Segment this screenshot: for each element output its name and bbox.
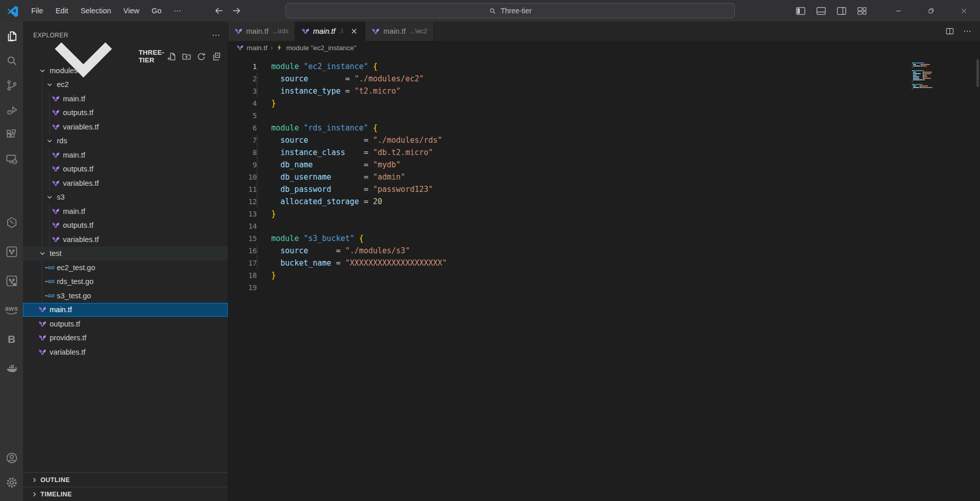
- breadcrumb-file[interactable]: main.tf: [247, 44, 268, 52]
- activity-terraform-cloud-button[interactable]: [0, 269, 23, 293]
- terraform-file-icon: [52, 207, 60, 215]
- project-section-header[interactable]: THREE-TIER: [23, 49, 228, 63]
- minimap-line: [912, 62, 937, 63]
- forward-arrow-icon[interactable]: [231, 6, 242, 16]
- activity-account-button[interactable]: [0, 446, 23, 470]
- activity-extensions-button[interactable]: [0, 122, 23, 147]
- activity-b-extension-button[interactable]: B: [0, 327, 23, 352]
- menu-go[interactable]: Go: [145, 0, 167, 21]
- customize-layout-icon[interactable]: [857, 6, 867, 16]
- chevron-down-icon: [46, 193, 54, 201]
- editor-more-icon[interactable]: [963, 27, 972, 36]
- breadcrumb-symbol[interactable]: module "ec2_instance": [286, 44, 356, 52]
- tree-file-outputs-tf[interactable]: outputs.tf: [23, 162, 228, 177]
- activity-terraform-button[interactable]: [0, 239, 23, 264]
- activity-explorer-button[interactable]: [0, 24, 23, 49]
- tree-file-s3-test-go[interactable]: GOs3_test.go: [23, 289, 228, 303]
- close-tab-icon[interactable]: [350, 27, 359, 36]
- refresh-icon[interactable]: [197, 52, 206, 61]
- tab-2-main-tf[interactable]: main.tf.\: [295, 21, 365, 41]
- menu-bar: FileEditSelectionViewGo⋯: [25, 0, 187, 21]
- code-line-12: 12 allocated_storage = 20: [228, 195, 980, 208]
- panel-timeline[interactable]: TIMELINE: [23, 487, 228, 501]
- tree-folder-rds[interactable]: rds: [23, 134, 228, 148]
- scrollbar[interactable]: [976, 59, 979, 87]
- tree-file-ec2-test-go[interactable]: GOec2_test.go: [23, 260, 228, 275]
- line-text: source = "./modules/s3": [257, 245, 410, 257]
- activity-run-debug-button[interactable]: [0, 98, 23, 122]
- source-control-icon: [5, 79, 18, 92]
- activity-remote-explorer-button[interactable]: [0, 147, 23, 171]
- line-text: }: [257, 269, 276, 281]
- search-icon: [489, 7, 496, 15]
- tree-file-providers-tf[interactable]: providers.tf: [23, 331, 228, 345]
- split-editor-icon[interactable]: [945, 27, 954, 36]
- code-line-15: 15module "s3_bucket" {: [228, 232, 980, 245]
- search-icon: [5, 54, 18, 68]
- minimize-button[interactable]: [882, 0, 914, 21]
- tree-file-main-tf[interactable]: main.tf: [23, 204, 228, 219]
- command-center-search[interactable]: Three-tier: [286, 3, 735, 18]
- tree-folder-modules[interactable]: modules: [23, 63, 228, 78]
- minimap[interactable]: [912, 62, 937, 92]
- tree-file-variables-tf[interactable]: variables.tf: [23, 120, 228, 134]
- close-icon: [960, 7, 968, 15]
- tree-file-main-tf[interactable]: main.tf: [23, 92, 228, 106]
- tab-description: ...\ec2: [410, 28, 427, 35]
- toggle-sidebar-icon[interactable]: [795, 6, 806, 16]
- panel-outline[interactable]: OUTLINE: [23, 472, 228, 487]
- tree-file-main-tf[interactable]: main.tf: [23, 303, 228, 317]
- line-number: 8: [228, 146, 257, 159]
- line-number: 10: [228, 171, 257, 183]
- activity-search-button[interactable]: [0, 49, 23, 73]
- menu-view[interactable]: View: [117, 0, 145, 21]
- tree-file-variables-tf[interactable]: variables.tf: [23, 176, 228, 190]
- tree-file-rds-test-go[interactable]: GOrds_test.go: [23, 275, 228, 289]
- back-arrow-icon[interactable]: [214, 6, 224, 16]
- activity-aws-button[interactable]: aws: [0, 298, 23, 322]
- tree-item-label: main.tf: [63, 95, 85, 103]
- tree-folder-ec2[interactable]: ec2: [23, 78, 228, 92]
- toggle-panel-icon[interactable]: [816, 6, 826, 16]
- new-folder-icon[interactable]: [182, 52, 191, 61]
- menu-file[interactable]: File: [25, 0, 49, 21]
- activity-group-top: [0, 24, 23, 171]
- menu-edit[interactable]: Edit: [49, 0, 74, 21]
- activity-source-control-button[interactable]: [0, 73, 23, 98]
- tab-1-main-tf[interactable]: main.tf...\rds: [228, 21, 295, 41]
- hexagon-icon: [5, 216, 18, 229]
- terraform-file-icon: [52, 235, 60, 244]
- collapse-all-icon[interactable]: [212, 52, 221, 61]
- tree-folder-s3[interactable]: s3: [23, 190, 228, 205]
- code-line-3: 3 instance_type = "t2.micro": [228, 85, 980, 97]
- toggle-secondary-sidebar-icon[interactable]: [836, 6, 847, 16]
- terraform-file-icon: [234, 27, 243, 35]
- tree-file-main-tf[interactable]: main.tf: [23, 148, 228, 162]
- line-number: 19: [228, 281, 257, 294]
- tree-folder-test[interactable]: test: [23, 247, 228, 261]
- menu-selection[interactable]: Selection: [74, 0, 117, 21]
- activity-hexagon-extension-button[interactable]: [0, 210, 23, 235]
- minimap-line: [912, 69, 937, 70]
- code-editor[interactable]: 1module "ec2_instance" {2 source = "./mo…: [228, 54, 980, 501]
- tree-file-outputs-tf[interactable]: outputs.tf: [23, 219, 228, 233]
- code-line-14: 14: [228, 220, 980, 232]
- close-window-button[interactable]: [947, 0, 980, 21]
- sidebar-panels: OUTLINETIMELINE: [23, 472, 228, 501]
- tree-item-label: outputs.tf: [50, 320, 80, 328]
- menu-more[interactable]: ⋯: [168, 0, 188, 21]
- minimap-line: [912, 75, 937, 76]
- tree-file-outputs-tf[interactable]: outputs.tf: [23, 106, 228, 120]
- activity-docker-button[interactable]: [0, 356, 23, 381]
- activity-settings-button[interactable]: [0, 470, 23, 495]
- tree-item-label: providers.tf: [50, 334, 86, 342]
- tree-file-variables-tf[interactable]: variables.tf: [23, 345, 228, 359]
- tree-file-outputs-tf[interactable]: outputs.tf: [23, 317, 228, 331]
- new-file-icon[interactable]: [167, 52, 176, 61]
- restore-button[interactable]: [914, 0, 947, 21]
- go-file-icon: GO: [46, 277, 54, 286]
- explorer-more-icon[interactable]: [211, 31, 221, 40]
- tree-file-variables-tf[interactable]: variables.tf: [23, 232, 228, 247]
- tab-3-main-tf[interactable]: main.tf...\ec2: [365, 21, 434, 41]
- tree-item-label: rds_test.go: [57, 277, 94, 286]
